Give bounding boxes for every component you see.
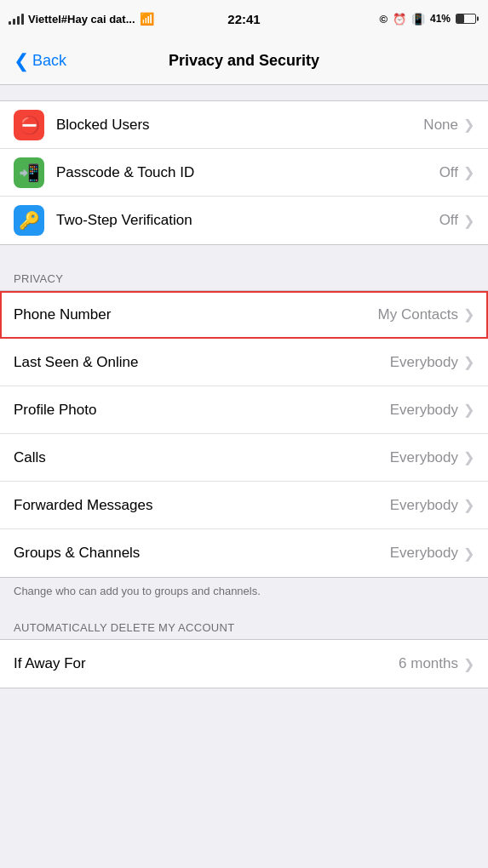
passcode-row[interactable]: 📲 Passcode & Touch ID Off ❯ — [0, 149, 488, 197]
groups-channels-chevron-icon: ❯ — [463, 545, 474, 562]
passcode-icon: 📲 — [14, 157, 44, 188]
wifi-icon: 📶 — [140, 12, 154, 26]
auto-delete-section-header: AUTOMATICALLY DELETE MY ACCOUNT — [0, 609, 488, 639]
profile-photo-label: Profile Photo — [14, 402, 390, 419]
two-step-icon: 🔑 — [14, 205, 44, 236]
profile-photo-value: Everybody — [390, 402, 458, 419]
forwarded-messages-value: Everybody — [390, 497, 458, 514]
privacy-group: Phone Number My Contacts ❯ Last Seen & O… — [0, 290, 488, 578]
two-step-row[interactable]: 🔑 Two-Step Verification Off ❯ — [0, 197, 488, 244]
signal-icon — [9, 13, 24, 25]
last-seen-chevron-icon: ❯ — [463, 354, 474, 370]
groups-footer: Change who can add you to groups and cha… — [0, 578, 488, 609]
two-step-chevron-icon: ❯ — [463, 213, 474, 229]
if-away-for-chevron-icon: ❯ — [463, 656, 474, 672]
back-button[interactable]: ❮ Back — [14, 52, 66, 71]
time-display: 22:41 — [227, 12, 260, 26]
blocked-users-icon: ⛔ — [14, 110, 44, 140]
last-seen-row[interactable]: Last Seen & Online Everybody ❯ — [0, 339, 488, 386]
last-seen-label: Last Seen & Online — [14, 354, 390, 371]
calls-label: Calls — [14, 449, 390, 466]
bluetooth-icon: 📳 — [411, 13, 425, 26]
status-right: © ⏰ 📳 41% — [379, 13, 476, 26]
if-away-for-label: If Away For — [14, 655, 399, 672]
forwarded-messages-chevron-icon: ❯ — [463, 497, 474, 513]
carrier-text: Viettel#Hay cai dat... — [28, 13, 135, 26]
nav-bar: ❮ Back Privacy and Security — [0, 37, 488, 85]
alarm-icon: ⏰ — [393, 13, 406, 26]
groups-channels-value: Everybody — [390, 545, 458, 562]
privacy-section-header: PRIVACY — [0, 260, 488, 290]
blocked-users-row[interactable]: ⛔ Blocked Users None ❯ — [0, 101, 488, 149]
passcode-value: Off — [439, 164, 458, 181]
two-step-value: Off — [439, 212, 458, 229]
forwarded-messages-label: Forwarded Messages — [14, 497, 390, 514]
forwarded-messages-row[interactable]: Forwarded Messages Everybody ❯ — [0, 482, 488, 529]
passcode-label: Passcode & Touch ID — [56, 164, 439, 181]
top-gap — [0, 85, 488, 100]
profile-photo-row[interactable]: Profile Photo Everybody ❯ — [0, 386, 488, 434]
groups-channels-row[interactable]: Groups & Channels Everybody ❯ — [0, 529, 488, 577]
phone-number-row[interactable]: Phone Number My Contacts ❯ — [0, 291, 488, 339]
battery-percent: 41% — [430, 13, 451, 25]
blocked-users-value: None — [423, 117, 458, 134]
battery-icon — [456, 14, 476, 24]
at-icon: © — [379, 13, 388, 26]
auto-delete-group: If Away For 6 months ❯ — [0, 639, 488, 688]
status-left: Viettel#Hay cai dat... 📶 — [9, 12, 154, 26]
blocked-users-label: Blocked Users — [56, 117, 423, 134]
phone-number-label: Phone Number — [14, 306, 378, 323]
chevron-left-icon: ❮ — [14, 52, 29, 71]
phone-number-value: My Contacts — [378, 306, 458, 323]
if-away-for-value: 6 months — [399, 655, 458, 672]
calls-value: Everybody — [390, 449, 458, 466]
phone-number-chevron-icon: ❯ — [463, 306, 474, 323]
last-seen-value: Everybody — [390, 354, 458, 371]
calls-chevron-icon: ❯ — [463, 449, 474, 465]
privacy-gap — [0, 245, 488, 260]
two-step-label: Two-Step Verification — [56, 212, 439, 229]
profile-photo-chevron-icon: ❯ — [463, 402, 474, 418]
page-title: Privacy and Security — [169, 52, 319, 70]
status-bar: Viettel#Hay cai dat... 📶 22:41 © ⏰ 📳 41% — [0, 0, 488, 37]
groups-channels-label: Groups & Channels — [14, 545, 390, 562]
calls-row[interactable]: Calls Everybody ❯ — [0, 434, 488, 482]
passcode-chevron-icon: ❯ — [463, 164, 474, 180]
back-label: Back — [32, 52, 66, 70]
blocked-users-chevron-icon: ❯ — [463, 117, 474, 133]
if-away-for-row[interactable]: If Away For 6 months ❯ — [0, 640, 488, 688]
security-group: ⛔ Blocked Users None ❯ 📲 Passcode & Touc… — [0, 100, 488, 245]
